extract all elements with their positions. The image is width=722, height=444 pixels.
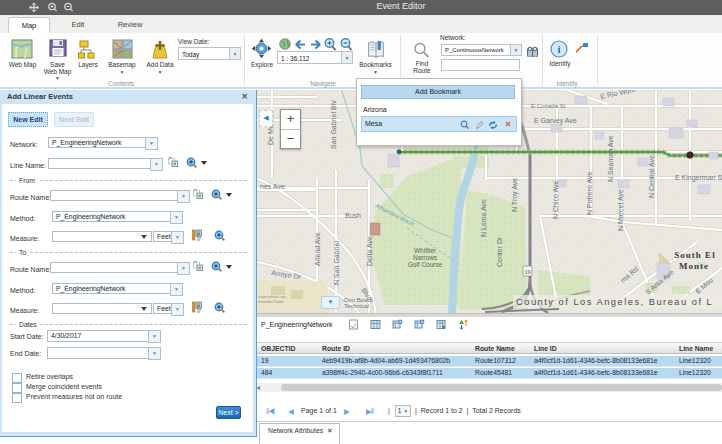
svg-text:19: 19 — [524, 269, 530, 275]
svg-text:Monte: Monte — [679, 261, 709, 271]
svg-text:N Troy Ave: N Troy Ave — [511, 178, 519, 212]
svg-text:N Potrero Ave: N Potrero Ave — [586, 171, 593, 215]
svg-text:County of Los Angeles, Bureau: County of Los Angeles, Bureau of L — [516, 297, 713, 307]
svg-text:N Marcet Ave: N Marcet Ave — [617, 189, 624, 231]
svg-text:South El: South El — [674, 250, 715, 260]
svg-text:Center Dr: Center Dr — [496, 236, 503, 267]
svg-text:Delta Ave: Delta Ave — [366, 236, 373, 266]
svg-text:E Cortada St: E Cortada St — [531, 103, 566, 109]
svg-text:E Kingerman St: E Kingerman St — [675, 174, 722, 182]
svg-text:N Seaman Ave: N Seaman Ave — [607, 135, 614, 182]
svg-text:E Garvey Ave: E Garvey Ave — [534, 117, 577, 125]
svg-text:Arlend Ave: Arlend Ave — [314, 232, 321, 266]
svg-text:Bush: Bush — [345, 212, 361, 219]
svg-text:N San Gabriel: N San Gabriel — [333, 241, 340, 285]
svg-text:San Gabriel Blv: San Gabriel Blv — [330, 100, 337, 149]
svg-text:N Central Ave: N Central Ave — [648, 155, 655, 198]
svg-text:memtecTtam: memtecTtam — [258, 299, 284, 304]
svg-text:N Chico Ave: N Chico Ave — [552, 181, 559, 219]
svg-text:i: i — [557, 43, 560, 55]
svg-text:N Lema Ave: N Lema Ave — [480, 199, 487, 237]
svg-text:Golf Course: Golf Course — [408, 261, 443, 268]
svg-text:Narrows: Narrows — [413, 254, 438, 261]
svg-text:Whittier: Whittier — [414, 247, 437, 254]
svg-text:Technical: Technical — [344, 303, 369, 309]
svg-text:nes Ave: nes Ave — [260, 183, 285, 190]
